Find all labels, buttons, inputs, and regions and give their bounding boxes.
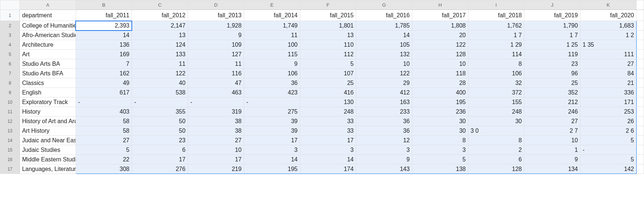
cell-D13[interactable]: 38: [188, 126, 244, 136]
row-header-9[interactable]: 9: [0, 88, 20, 97]
spreadsheet[interactable]: ABCDEFGHIJK 1departmentfall_2011fall_201…: [0, 0, 644, 174]
cell-D11[interactable]: 319: [188, 107, 244, 117]
cell-I9[interactable]: 372: [468, 88, 524, 97]
row-header-6[interactable]: 6: [0, 59, 20, 69]
cell-H17[interactable]: 138: [412, 164, 468, 174]
cell-D15[interactable]: 10: [188, 145, 244, 155]
row-header-13[interactable]: 13: [0, 126, 20, 136]
cell-F13[interactable]: 33: [300, 126, 356, 136]
cell-D9[interactable]: 463: [188, 88, 244, 97]
cell-J11[interactable]: 246: [524, 107, 580, 117]
cell-B8[interactable]: 49: [76, 78, 132, 88]
cell-K3[interactable]: 1 2: [580, 31, 636, 40]
cell-A5[interactable]: Art: [20, 50, 76, 59]
cell-H12[interactable]: 30: [412, 117, 468, 126]
cell-I14[interactable]: 8: [468, 136, 524, 145]
cell-I5[interactable]: 114: [468, 50, 524, 59]
row-header-8[interactable]: 8: [0, 78, 20, 88]
cell-B5[interactable]: 169: [76, 50, 132, 59]
cell-H14[interactable]: 8: [412, 136, 468, 145]
cell-A11[interactable]: History: [20, 107, 76, 117]
cell-C16[interactable]: 17: [132, 155, 188, 164]
cell-J14[interactable]: 10: [524, 136, 580, 145]
cell-F8[interactable]: 25: [300, 78, 356, 88]
row-header-14[interactable]: 14: [0, 136, 20, 145]
cell-E4[interactable]: 100: [244, 40, 300, 50]
cell-C13[interactable]: 50: [132, 126, 188, 136]
row-header-17[interactable]: 17: [0, 164, 20, 174]
cell-B16[interactable]: 22: [76, 155, 132, 164]
cell-I10[interactable]: 155: [468, 97, 524, 107]
cell-I1[interactable]: fall_2018: [468, 10, 524, 21]
cell-D2[interactable]: 1,928: [188, 21, 244, 31]
col-header-I[interactable]: I: [468, 0, 524, 10]
cell-E15[interactable]: 3: [244, 145, 300, 155]
cell-E9[interactable]: 423: [244, 88, 300, 97]
cell-C5[interactable]: 133: [132, 50, 188, 59]
cell-B6[interactable]: 7: [76, 59, 132, 69]
cell-I13[interactable]: 3 0: [468, 126, 524, 136]
cell-H8[interactable]: 28: [412, 78, 468, 88]
cell-B3[interactable]: 14: [76, 31, 132, 40]
cell-E14[interactable]: 17: [244, 136, 300, 145]
cell-E12[interactable]: 39: [244, 117, 300, 126]
cell-D7[interactable]: 116: [188, 69, 244, 78]
cell-B4[interactable]: 136: [76, 40, 132, 50]
cell-G4[interactable]: 105: [356, 40, 412, 50]
cell-K15[interactable]: -: [580, 145, 636, 155]
cell-K8[interactable]: 21: [580, 78, 636, 88]
cell-B15[interactable]: 5: [76, 145, 132, 155]
cell-E3[interactable]: 11: [244, 31, 300, 40]
cell-C3[interactable]: 13: [132, 31, 188, 40]
cell-I16[interactable]: 6: [468, 155, 524, 164]
cell-A6[interactable]: Studio Arts BA: [20, 59, 76, 69]
cell-C4[interactable]: 124: [132, 40, 188, 50]
row-header-11[interactable]: 11: [0, 107, 20, 117]
cell-K10[interactable]: 171: [580, 97, 636, 107]
cell-A1[interactable]: department: [20, 10, 76, 21]
cell-B12[interactable]: 58: [76, 117, 132, 126]
cell-A13[interactable]: Art History: [20, 126, 76, 136]
cell-A14[interactable]: Judaic and Near Eastern: [20, 136, 76, 145]
cell-H5[interactable]: 128: [412, 50, 468, 59]
cell-F7[interactable]: 107: [300, 69, 356, 78]
cell-C1[interactable]: fall_2012: [132, 10, 188, 21]
cell-D12[interactable]: 38: [188, 117, 244, 126]
cell-G13[interactable]: 36: [356, 126, 412, 136]
row-header-16[interactable]: 16: [0, 155, 20, 164]
cell-G17[interactable]: 143: [356, 164, 412, 174]
cell-J8[interactable]: 25: [524, 78, 580, 88]
cell-K6[interactable]: 27: [580, 59, 636, 69]
cell-A17[interactable]: Languages, Literatures: [20, 164, 76, 174]
cell-H1[interactable]: fall_2017: [412, 10, 468, 21]
cell-F5[interactable]: 112: [300, 50, 356, 59]
cell-D17[interactable]: 219: [188, 164, 244, 174]
cell-C2[interactable]: 2,147: [132, 21, 188, 31]
cell-E7[interactable]: 106: [244, 69, 300, 78]
grid[interactable]: ABCDEFGHIJK 1departmentfall_2011fall_201…: [0, 0, 644, 174]
cell-I15[interactable]: 2: [468, 145, 524, 155]
cell-J3[interactable]: 1 7: [524, 31, 580, 40]
cell-J1[interactable]: fall_2019: [524, 10, 580, 21]
cell-J6[interactable]: 23: [524, 59, 580, 69]
cell-E16[interactable]: 14: [244, 155, 300, 164]
cell-J7[interactable]: 96: [524, 69, 580, 78]
cell-I3[interactable]: 1 7: [468, 31, 524, 40]
cell-C14[interactable]: 23: [132, 136, 188, 145]
cell-E2[interactable]: 1,749: [244, 21, 300, 31]
cell-K11[interactable]: 253: [580, 107, 636, 117]
cell-F1[interactable]: fall_2015: [300, 10, 356, 21]
cell-C17[interactable]: 276: [132, 164, 188, 174]
cell-G11[interactable]: 233: [356, 107, 412, 117]
cell-F4[interactable]: 110: [300, 40, 356, 50]
col-header-C[interactable]: C: [132, 0, 188, 10]
col-header-K[interactable]: K: [580, 0, 636, 10]
cell-K4[interactable]: 1 35: [580, 40, 636, 50]
cell-F2[interactable]: 1,801: [300, 21, 356, 31]
cell-H3[interactable]: 20: [412, 31, 468, 40]
cell-E13[interactable]: 39: [244, 126, 300, 136]
cell-G5[interactable]: 132: [356, 50, 412, 59]
cell-C12[interactable]: 50: [132, 117, 188, 126]
cell-K17[interactable]: 142: [580, 164, 636, 174]
cell-I12[interactable]: 30: [468, 117, 524, 126]
